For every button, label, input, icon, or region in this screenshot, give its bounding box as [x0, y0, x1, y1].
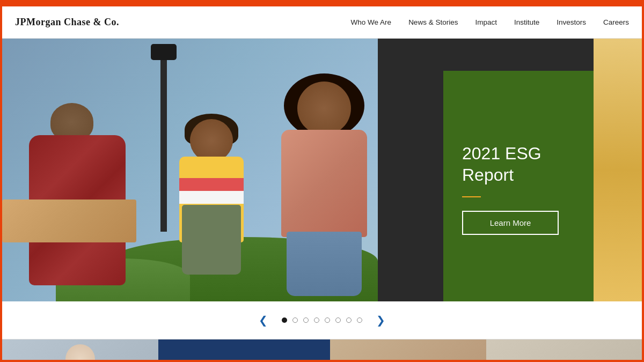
lamppost-head [151, 44, 177, 60]
nav-investors[interactable]: Investors [557, 18, 586, 26]
woman-jeans [287, 232, 362, 296]
nav-who-we-are[interactable]: Who We Are [351, 18, 392, 26]
logo[interactable]: JPMorgan Chase & Co. [15, 17, 119, 28]
carousel-dots [282, 317, 362, 323]
bottom-card-4[interactable] [486, 339, 642, 362]
bottom-card-1[interactable] [2, 339, 158, 362]
nav-news-stories[interactable]: News & Stories [408, 18, 458, 26]
cardboard-box [2, 200, 136, 242]
bottom-card-1-person [58, 344, 101, 362]
carousel-controls: ❮ ❯ [2, 301, 642, 339]
header: JPMorgan Chase & Co. Who We Are News & S… [2, 6, 642, 39]
lamppost [160, 44, 167, 232]
bottom-card-2[interactable]: Our $30B [158, 339, 331, 362]
dot-1[interactable] [282, 317, 287, 323]
bottom-cards-strip: Our $30B [2, 339, 642, 362]
nav-careers[interactable]: Careers [603, 18, 629, 26]
dot-6[interactable] [335, 317, 341, 323]
hero-right-accent [594, 39, 642, 301]
nav-institute[interactable]: Institute [514, 18, 539, 26]
woman-sweater [281, 130, 367, 237]
dot-7[interactable] [346, 317, 352, 323]
carousel-next-arrow[interactable]: ❯ [371, 311, 391, 329]
child-person [174, 119, 249, 291]
dot-2[interactable] [292, 317, 298, 323]
orange-top-border [2, 2, 642, 6]
dot-3[interactable] [303, 317, 309, 323]
child-head [190, 119, 233, 162]
bottom-card-3[interactable] [330, 339, 486, 362]
learn-more-button[interactable]: Learn More [462, 211, 559, 235]
child-overalls [182, 205, 241, 275]
woman-head [297, 82, 351, 135]
main-nav: Who We Are News & Stories Impact Institu… [351, 18, 629, 26]
hero-content-card: 2021 ESG Report Learn More [443, 71, 594, 301]
carousel-prev-arrow[interactable]: ❮ [253, 311, 273, 329]
nav-impact[interactable]: Impact [475, 18, 497, 26]
dot-4[interactable] [314, 317, 319, 323]
logo-text: JPMorgan Chase & Co. [15, 17, 119, 27]
hero-card-title: 2021 ESG Report [462, 143, 575, 186]
bc1-head [65, 344, 95, 362]
dot-8[interactable] [357, 317, 362, 323]
woman-person [270, 82, 378, 296]
person-man [18, 82, 136, 285]
hero-section: 2021 ESG Report Learn More [2, 39, 642, 301]
hero-card-divider [462, 196, 481, 197]
dot-5[interactable] [325, 317, 330, 323]
